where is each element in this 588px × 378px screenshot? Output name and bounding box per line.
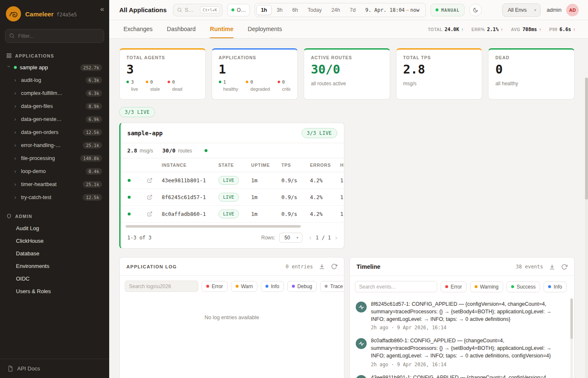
sidebar-item-timer-heartbeat[interactable]: › timer-heartbeat 25.1k <box>4 178 105 191</box>
refresh-events-button[interactable] <box>561 264 567 270</box>
time-range-24h[interactable]: 24h <box>327 5 345 15</box>
sidebar-collapse-button[interactable]: « <box>100 5 104 13</box>
tab-deployments[interactable]: Deployments <box>248 20 282 38</box>
routes-unit: routes <box>178 148 192 154</box>
timeline-filter-warning[interactable]: Warning <box>470 281 503 292</box>
manual-dot <box>436 8 438 11</box>
chevron-right-icon: › <box>14 181 18 187</box>
sidebar-item-data-gen-orders[interactable]: › data-gen-orders 12.5k <box>4 126 105 139</box>
timeline-filter-error[interactable]: Error <box>441 281 467 292</box>
sidebar-item-file-processing[interactable]: › file-processing 140.8k <box>4 152 105 165</box>
admin-item-environments[interactable]: Environments <box>4 260 105 272</box>
sidebar-item-data-gen-files[interactable]: › data-gen-files 8.9k <box>4 100 105 113</box>
tab-dashboard[interactable]: Dashboard <box>167 20 196 38</box>
timeline-filter-success[interactable]: Success <box>507 281 540 292</box>
date-range-display[interactable]: 9. Apr. 18:04—now <box>361 7 424 13</box>
open-instance-button[interactable] <box>147 211 152 217</box>
timeline-scrollbar[interactable] <box>570 298 573 378</box>
global-search-input[interactable]: S… Ctrl+K <box>173 4 223 16</box>
sidebar-item-try-catch-test[interactable]: › try-catch-test 12.5k <box>4 191 105 204</box>
sidebar-item-data-gen-nested[interactable]: › data-gen-neste… 6.9k <box>4 113 105 126</box>
download-events-button[interactable] <box>549 264 555 270</box>
header-stats: TOTAL 24.0K ↑ ERR% 2.1% ↑ AVG 708ms ↑ P9… <box>428 20 575 38</box>
prev-page-button[interactable]: ‹ <box>309 234 311 241</box>
log-filter-error[interactable]: Error <box>202 281 228 292</box>
log-filter-trace[interactable]: Trace <box>320 281 344 292</box>
timeline-filter-info[interactable]: Info <box>543 281 567 292</box>
next-page-button[interactable]: › <box>335 234 337 241</box>
instance-row[interactable]: 43ee9811b801-1 LIVE 1m 0.9/s 4.2% 1 <box>121 172 344 189</box>
admin-item-database[interactable]: Database <box>4 247 105 260</box>
chevron-down-icon: ▾ <box>534 8 536 12</box>
col-uptime: UPTIME <box>251 163 281 168</box>
stat-cards-row: TOTAL AGENTS 3 3live 0stale 0dead APPLIC… <box>119 48 575 100</box>
env-select[interactable]: All Envs ▾ <box>502 3 541 17</box>
open-instance-button[interactable] <box>147 194 152 200</box>
rows-per-page-select[interactable]: 50 ▾ <box>279 233 302 243</box>
horizontal-scrollbar[interactable] <box>126 225 339 228</box>
admin-item-users-roles[interactable]: Users & Roles <box>4 285 105 297</box>
tab-exchanges[interactable]: Exchanges <box>123 20 152 38</box>
sidebar-filter-input[interactable] <box>5 29 104 43</box>
time-range-3h[interactable]: 3h <box>272 5 287 15</box>
stat-card-total-agents: TOTAL AGENTS 3 3live 0stale 0dead <box>119 48 206 100</box>
timeline-search-input[interactable] <box>355 281 437 292</box>
scrollbar-thumb[interactable] <box>570 299 573 339</box>
instance-row[interactable]: 8c0affadb860-1 LIVE 1m 0.9/s 4.2% 1 <box>121 206 344 223</box>
stat-card-dead: DEAD 0 all healthy <box>488 48 575 100</box>
chevron-right-icon: › <box>14 142 18 148</box>
route-label: data-gen-neste… <box>21 116 62 122</box>
content-area: TOTAL AGENTS 3 3live 0stale 0dead APPLIC… <box>109 39 588 378</box>
admin-item-audit-log[interactable]: Audit Log <box>4 222 105 234</box>
open-instance-button[interactable] <box>147 178 152 183</box>
debug-dot <box>292 285 295 288</box>
time-range-7d[interactable]: 7d <box>345 5 360 15</box>
timeline-event[interactable]: 8f6245c61d57-1: CONFIG_APPLIED — {config… <box>355 297 567 334</box>
instance-row[interactable]: 8f6245c61d57-1 LIVE 1m 0.9/s 4.2% 1 <box>121 189 344 206</box>
log-search-input[interactable] <box>125 281 198 292</box>
sidebar-item-audit-log[interactable]: › audit-log 6.3k <box>4 74 105 87</box>
sub-label: degraded <box>246 87 270 92</box>
scrollbar-thumb[interactable] <box>585 78 588 200</box>
user-avatar[interactable]: AD <box>566 4 579 16</box>
dark-mode-toggle[interactable] <box>469 4 482 16</box>
filter-label: Debug <box>297 284 312 289</box>
sidebar-item-sample-app[interactable]: › sample app 252.7k <box>4 61 105 74</box>
card-value: 30/0 <box>311 63 383 76</box>
download-icon <box>319 263 325 270</box>
download-logs-button[interactable] <box>319 263 325 270</box>
col-instance: INSTANCE <box>162 163 218 168</box>
admin-item-label: Environments <box>16 263 49 269</box>
log-filter-info[interactable]: Info <box>261 281 284 292</box>
user-name: admin <box>547 7 562 13</box>
page-scrollbar[interactable] <box>585 78 588 378</box>
state-badge: LIVE <box>218 193 239 202</box>
time-range-1h[interactable]: 1h <box>256 5 272 15</box>
health-dot <box>205 149 207 152</box>
tab-runtime[interactable]: Runtime <box>210 20 234 38</box>
application-log-panel: APPLICATION LOG 0 entries Error Warn Inf… <box>119 257 344 378</box>
admin-item-oidc[interactable]: OIDC <box>4 272 105 285</box>
time-range-today[interactable]: Today <box>303 5 326 15</box>
timeline-event[interactable]: 8c0affadb860-1: CONFIG_APPLIED — {change… <box>355 334 567 370</box>
time-range-6h[interactable]: 6h <box>288 5 303 15</box>
scrollbar-thumb[interactable] <box>126 225 301 228</box>
healthy-dot <box>219 81 221 83</box>
instance-id: 8f6245c61d57-1 <box>162 194 218 200</box>
card-value: 2.8 <box>403 63 475 76</box>
log-filter-debug[interactable]: Debug <box>287 281 317 292</box>
manual-refresh-button[interactable]: MANUAL <box>430 4 465 16</box>
event-text: 8f6245c61d57-1: CONFIG_APPLIED — {config… <box>371 301 567 323</box>
refresh-logs-button[interactable] <box>331 263 337 270</box>
sidebar-item-complex-fulfillment[interactable]: › complex-fulfillm… 6.3k <box>4 87 105 100</box>
route-label: data-gen-files <box>21 103 53 109</box>
admin-item-clickhouse[interactable]: ClickHouse <box>4 234 105 247</box>
sidebar-item-error-handling[interactable]: › error-handling-… 25.1k <box>4 139 105 152</box>
sidebar-item-loop-demo[interactable]: › loop-demo 8.4k <box>4 165 105 178</box>
timeline-event[interactable]: 43ee9811b801-1: CONFIG_APPLIED — {change… <box>355 371 567 378</box>
log-filter-warn[interactable]: Warn <box>231 281 257 292</box>
table-footer: 1-3 of 3 Rows: 50 ▾ ‹ 1 / 1 › <box>121 229 344 248</box>
api-docs-link[interactable]: API Docs <box>0 359 109 378</box>
trace-dot <box>325 285 328 288</box>
online-status-pill[interactable]: O… <box>227 4 250 16</box>
